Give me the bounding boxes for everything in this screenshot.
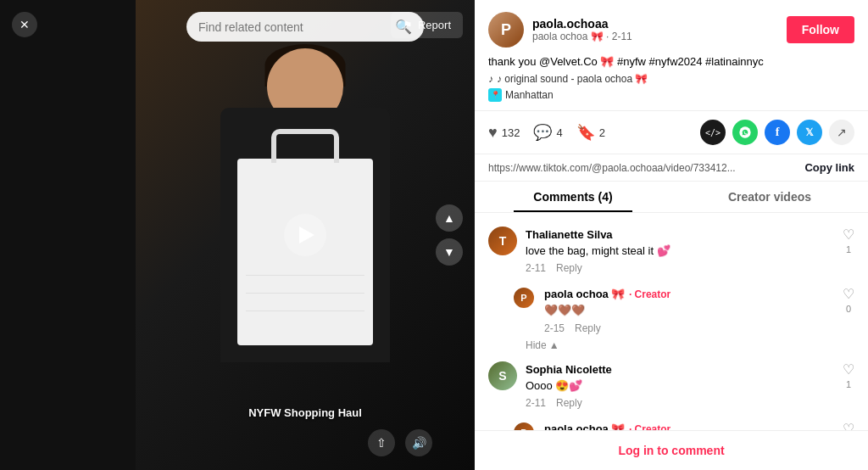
avatar-paola-reply-2: P (512, 421, 536, 430)
reply-body-paola-1: paola ochoa 🎀 · Creator 🤎🤎🤎 2-15 Reply (544, 286, 834, 333)
volume-button[interactable]: 🔊 (405, 429, 432, 456)
comment-icon: 💬 (533, 123, 552, 142)
profile-top: P paola.ochoaa paola ochoa 🎀 · 2-11 Foll… (488, 12, 854, 48)
comment-like-thalianette: ♡ 1 (843, 227, 854, 274)
comment-meta-sophia: 2-11 Reply (526, 397, 834, 409)
likes-count: 132 (502, 126, 520, 139)
stats-row: ♥ 132 💬 4 🔖 2 </> f 𝕏 ↗ (475, 111, 868, 154)
nav-up-arrow[interactable]: ▲ (436, 204, 463, 232)
embed-button[interactable]: </> (700, 120, 726, 145)
comment-thalianette: T Thalianette Silva love the bag, might … (475, 220, 868, 281)
share-icons: </> f 𝕏 ↗ (700, 120, 854, 145)
bookmarks-stat: 🔖 2 (576, 123, 605, 142)
nav-arrows: ▲ ▼ (436, 204, 463, 266)
heart-icon: ♥ (488, 124, 498, 142)
comment-text-thalianette: love the bag, might steal it 💕 (526, 243, 834, 259)
share-control-button[interactable]: ⇧ (368, 429, 395, 456)
tab-creator-videos[interactable]: Creator videos (671, 182, 868, 212)
profile-text: paola.ochoaa paola ochoa 🎀 · 2-11 (532, 17, 632, 42)
post-sound: ♪ ♪ original sound - paola ochoa 🎀 (488, 73, 854, 85)
like-count-thalianette: 1 (846, 244, 851, 255)
reply-paola-to-sophia: P paola ochoa 🎀 · Creator ❤️❤️❤️ 2-15 Re… (475, 416, 868, 430)
reply-date-paola-1: 2-15 (544, 322, 565, 334)
post-description: thank you @Velvet.Co 🎀 #nyfw #nyfw2024 #… (488, 54, 854, 70)
creator-badge-1: · Creator (629, 288, 670, 300)
video-panel: 🔍 ⚑ Report NYFW Shopping Haul ▲ ▼ ⇧ 🔊 (136, 0, 475, 470)
like-icon-paola-reply-1[interactable]: ♡ (843, 286, 854, 302)
sound-text: ♪ original sound - paola ochoa 🎀 (497, 73, 648, 85)
nav-down-arrow[interactable]: ▼ (436, 238, 463, 266)
left-panel: ✕ (0, 0, 136, 470)
comment-body-thalianette: Thalianette Silva love the bag, might st… (526, 227, 834, 274)
tabs-row: Comments (4) Creator videos (475, 182, 868, 213)
avatar-thalianette: T (488, 227, 517, 255)
link-row: https://www.tiktok.com/@paola.ochoaa/vid… (475, 154, 868, 182)
flag-icon: ⚑ (403, 19, 413, 31)
reply-body-paola-2: paola ochoa 🎀 · Creator ❤️❤️❤️ 2-15 Repl… (544, 421, 834, 430)
comment-author-thalianette: Thalianette Silva (526, 228, 613, 241)
like-count-sophia: 1 (846, 379, 851, 389)
close-button[interactable]: ✕ (12, 12, 37, 37)
search-input[interactable] (198, 20, 395, 34)
description-text: thank you @Velvet.Co 🎀 #nyfw #nyfw2024 #… (488, 55, 764, 68)
play-triangle-icon (299, 227, 314, 243)
play-button[interactable] (284, 214, 326, 256)
reply-paola-to-thalianette: P paola ochoa 🎀 · Creator 🤎🤎🤎 2-15 Reply… (475, 281, 868, 339)
profile-username: paola.ochoaa (532, 17, 632, 31)
tab-creator-videos-label: Creator videos (728, 190, 811, 204)
like-icon-paola-reply-2[interactable]: ♡ (843, 421, 854, 430)
comment-sophia: S Sophia Nicolette Oooo 😍💕 2-11 Reply ♡ … (475, 355, 868, 416)
hide-button[interactable]: Hide ▲ (475, 339, 868, 351)
creator-badge-2: · Creator (629, 423, 670, 430)
copy-link-button[interactable]: Copy link (804, 161, 854, 174)
chevron-up-icon: ▲ (549, 339, 559, 351)
search-bar: 🔍 (186, 12, 424, 42)
comment-like-sophia: ♡ 1 (843, 361, 854, 409)
profile-info: P paola.ochoaa paola ochoa 🎀 · 2-11 (488, 12, 632, 48)
avatar-sophia: S (488, 361, 517, 390)
reply-button-sophia[interactable]: Reply (556, 397, 582, 409)
link-url: https://www.tiktok.com/@paola.ochoaa/vid… (488, 162, 798, 174)
bottom-controls: ⇧ 🔊 (368, 429, 432, 456)
like-icon-thalianette[interactable]: ♡ (843, 227, 854, 243)
reply-button-thalianette[interactable]: Reply (556, 262, 582, 274)
likes-stat: ♥ 132 (488, 124, 520, 142)
report-label: Report (418, 19, 451, 31)
profile-header: P paola.ochoaa paola ochoa 🎀 · 2-11 Foll… (475, 0, 868, 111)
music-icon: ♪ (488, 73, 493, 85)
login-bar: Log in to comment (475, 430, 868, 470)
comment-author-sophia: Sophia Nicolette (526, 363, 612, 376)
reply-author-paola-1: paola ochoa 🎀 (544, 288, 625, 300)
comment-body-sophia: Sophia Nicolette Oooo 😍💕 2-11 Reply (526, 361, 834, 409)
tab-comments[interactable]: Comments (4) (475, 182, 671, 212)
reply-button-paola-1[interactable]: Reply (575, 322, 601, 334)
avatar-initials: P (501, 21, 511, 39)
comment-date-thalianette: 2-11 (526, 262, 546, 274)
facebook-button[interactable]: f (765, 120, 790, 145)
creator-badge-label-2: Creator (635, 423, 671, 430)
comments-section: T Thalianette Silva love the bag, might … (475, 213, 868, 430)
report-button[interactable]: ⚑ Report (391, 12, 463, 38)
twitter-button[interactable]: 𝕏 (797, 120, 822, 145)
reply-text-paola-1: 🤎🤎🤎 (544, 303, 834, 318)
post-location: 📍 Manhattan (488, 88, 854, 102)
login-to-comment-button[interactable]: Log in to comment (618, 444, 724, 457)
like-icon-sophia[interactable]: ♡ (843, 361, 854, 378)
follow-button[interactable]: Follow (787, 16, 854, 43)
bookmarks-count: 2 (599, 126, 605, 139)
comment-text-sophia: Oooo 😍💕 (526, 378, 834, 394)
bookmark-icon: 🔖 (576, 123, 595, 142)
whatsapp-button[interactable] (732, 120, 758, 145)
creator-badge-label-1: Creator (635, 288, 671, 300)
comment-meta-thalianette: 2-11 Reply (526, 262, 834, 274)
share-arrow-button[interactable]: ↗ (829, 120, 854, 145)
video-label: NYFW Shopping Haul (248, 406, 362, 419)
profile-handle: paola ochoa 🎀 · 2-11 (532, 31, 632, 42)
comments-count: 4 (556, 126, 562, 139)
reply-like-paola-2: ♡ 0 (843, 421, 854, 430)
right-panel: P paola.ochoaa paola ochoa 🎀 · 2-11 Foll… (475, 0, 868, 470)
hide-label: Hide (526, 339, 547, 351)
reply-author-paola-2: paola ochoa 🎀 (544, 422, 625, 430)
reply-meta-paola-1: 2-15 Reply (544, 322, 834, 334)
like-count-paola-reply-1: 0 (846, 304, 851, 314)
